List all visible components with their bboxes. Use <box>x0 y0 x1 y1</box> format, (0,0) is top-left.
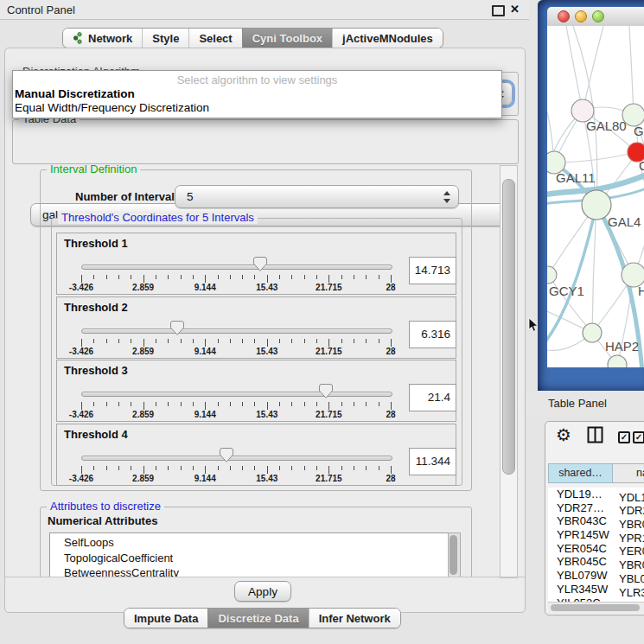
slider-tick <box>181 339 182 343</box>
slider-axis-label: -3.426 <box>59 347 104 356</box>
table-data-group: Table Data galFiltered.sif default node <box>12 119 519 164</box>
slider-tick <box>118 275 119 279</box>
apply-button[interactable]: Apply <box>234 581 291 602</box>
column-header-name[interactable]: na <box>613 463 644 483</box>
tab-select[interactable]: Select <box>188 29 241 48</box>
table-row[interactable]: YDR27…YDR2 <box>548 501 644 515</box>
slider-tick <box>354 275 354 279</box>
numerical-attributes-list[interactable]: SelfLoopsTopologicalCoefficientBetweenne… <box>49 532 461 577</box>
panel-scrollbar[interactable] <box>500 165 518 578</box>
slider-tick <box>93 466 94 470</box>
slider-tick <box>242 339 243 343</box>
slider-track[interactable] <box>81 456 392 461</box>
slider-tick <box>291 339 292 343</box>
threshold-value-field[interactable]: 11.344 <box>409 448 456 475</box>
tab-infer-network[interactable]: Infer Network <box>309 609 400 628</box>
slider-track[interactable] <box>81 392 392 397</box>
checkbox-icon[interactable]: ✓ <box>633 431 644 443</box>
slider-axis-label: 9.144 <box>182 347 227 356</box>
slider-axis-label: 15.43 <box>245 283 290 292</box>
slider-axis-label: 9.144 <box>182 283 227 292</box>
slider-tick <box>118 466 119 470</box>
slider-tick <box>328 466 329 474</box>
tab-network[interactable]: Network <box>63 29 142 48</box>
slider-tick <box>242 402 243 406</box>
attribute-item-betweennesscentrality[interactable]: BetweennessCentrality <box>50 565 448 577</box>
network-node-label: H <box>638 284 644 298</box>
slider-tick <box>143 402 144 410</box>
gear-icon[interactable]: ⚙ <box>556 424 571 445</box>
panel-scrollbar-thumb[interactable] <box>502 179 515 475</box>
list-scrollbar[interactable] <box>448 532 461 577</box>
slider-tick <box>341 339 342 343</box>
network-window-titlebar[interactable] <box>547 7 644 27</box>
slider-thumb[interactable] <box>319 384 333 399</box>
network-node-hap2[interactable] <box>583 323 602 342</box>
table-row[interactable]: YBL079WYBL0 <box>548 569 644 583</box>
zoom-traffic-light-icon[interactable] <box>592 10 604 22</box>
algorithm-option-manual-discretization[interactable]: Manual Discretization <box>15 87 498 100</box>
table-rows[interactable]: YDL19…YDL1YDR27…YDR2YBR043CYBR0YPR145WYP… <box>548 488 644 602</box>
network-canvas[interactable]: GAL80GACGAL11GAL4GCY1HHAP2 <box>547 26 644 367</box>
cell-shared-name: YPR145W <box>548 528 616 542</box>
slider-axis-label: 28 <box>368 347 413 356</box>
table-hscrollbar-thumb[interactable] <box>551 604 640 611</box>
cell-shared-name: YLR345W <box>548 583 616 596</box>
float-window-icon[interactable] <box>492 5 505 16</box>
table-row[interactable]: YLR345WYLR3 <box>548 583 644 596</box>
slider-thumb[interactable] <box>170 321 184 335</box>
slider-thumb[interactable] <box>253 257 267 271</box>
attribute-item-topologicalcoefficient[interactable]: TopologicalCoefficient <box>50 551 448 566</box>
attribute-item-selfloops[interactable]: SelfLoops <box>50 535 448 551</box>
close-traffic-light-icon[interactable] <box>558 10 570 22</box>
slider-tick <box>118 402 119 406</box>
slider-tick <box>341 402 342 406</box>
tab-impute-data[interactable]: Impute Data <box>124 609 207 628</box>
table-row[interactable]: YDL19…YDL1 <box>548 488 644 501</box>
slider-track[interactable] <box>81 265 392 270</box>
cell-shared-name: YBR045C <box>548 555 616 569</box>
list-scrollbar-thumb[interactable] <box>450 535 457 575</box>
slider-thumb[interactable] <box>220 448 233 462</box>
slider-tick <box>328 275 329 283</box>
slider-tick <box>279 466 280 470</box>
threshold-value-field[interactable]: 21.4 <box>409 384 456 411</box>
tab-jactivemnodules[interactable]: jActiveMNodules <box>332 29 443 48</box>
minimize-traffic-light-icon[interactable] <box>575 10 587 22</box>
threshold-value-field[interactable]: 6.316 <box>409 321 456 348</box>
num-intervals-value: 5 <box>187 190 194 203</box>
slider-tick <box>93 402 94 406</box>
checkbox-icon[interactable]: ✓ <box>618 431 630 443</box>
column-browser-icon[interactable] <box>587 426 603 446</box>
slider-tick <box>304 339 305 343</box>
slider-tick <box>304 402 305 406</box>
table-row[interactable]: YBR043CYBR0 <box>548 514 644 528</box>
tab-discretize-data[interactable]: Discretize Data <box>207 609 308 628</box>
table-row[interactable]: YBR045CYBR0 <box>548 555 644 569</box>
network-node-gcy1[interactable] <box>547 266 557 284</box>
slider-tick <box>181 402 182 406</box>
slider-tick <box>168 402 169 406</box>
slider-tick <box>131 402 131 406</box>
tab-cyni-toolbox[interactable]: Cyni Toolbox <box>242 29 332 48</box>
close-icon[interactable]: ✕ <box>510 3 520 16</box>
tab-style[interactable]: Style <box>142 29 188 48</box>
network-node-gal4[interactable] <box>582 190 611 220</box>
table-horizontal-scrollbar[interactable] <box>548 602 644 614</box>
algorithm-option-equal-width-frequency-discretization[interactable]: Equal Width/Frequency Discretization <box>15 101 498 114</box>
column-header-shared-name[interactable]: shared… <box>548 463 613 483</box>
slider-tick <box>118 339 119 343</box>
slider-tick <box>205 402 206 410</box>
network-window[interactable]: GAL80GACGAL11GAL4GCY1HHAP2 <box>538 0 644 391</box>
slider-tick <box>354 466 354 470</box>
cyni-mode-tabbar: Impute DataDiscretize DataInfer Network <box>124 608 401 628</box>
slider-tick <box>193 339 194 343</box>
num-intervals-combobox[interactable]: 5 <box>175 185 459 208</box>
slider-tick <box>193 275 194 279</box>
slider-track[interactable] <box>81 328 392 334</box>
table-row[interactable]: YER054CYER0 <box>548 542 644 556</box>
slider-tick <box>254 402 255 406</box>
table-row[interactable]: YPR145WYPR1 <box>548 528 644 542</box>
slider-tick <box>316 466 317 470</box>
threshold-value-field[interactable]: 14.713 <box>409 257 456 284</box>
